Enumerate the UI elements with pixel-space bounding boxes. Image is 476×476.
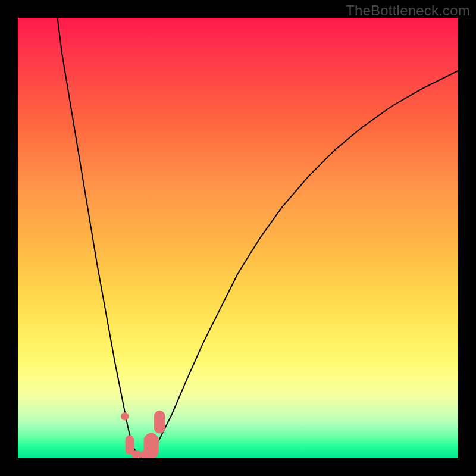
curve-marker [126,436,134,455]
bottleneck-curve [58,18,458,458]
plot-area [18,18,458,458]
chart-frame: TheBottleneck.com [0,0,476,476]
bottleneck-curve-svg [18,18,458,458]
curve-marker [121,412,129,420]
curve-markers [121,411,165,458]
watermark-text: TheBottleneck.com [346,2,470,19]
curve-marker [144,433,159,458]
curve-marker [154,411,165,434]
